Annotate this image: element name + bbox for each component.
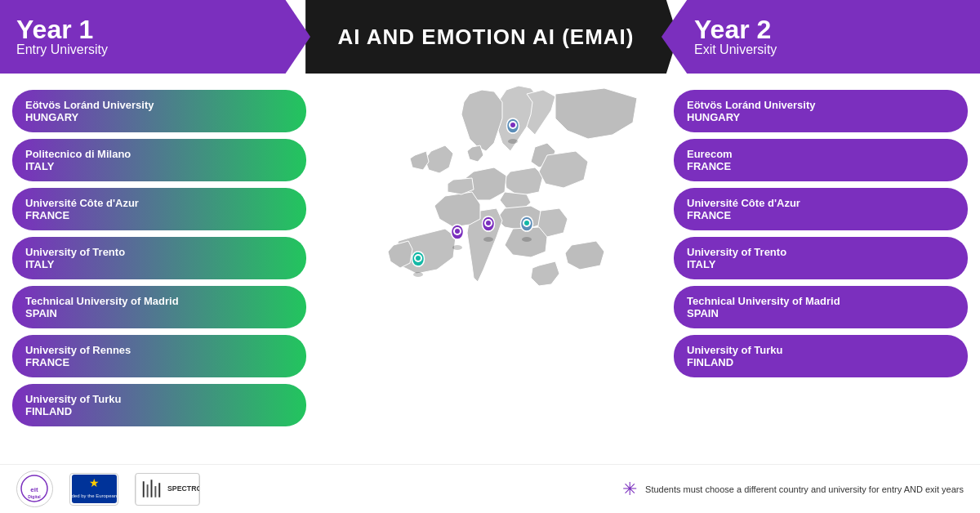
university-country: HUNGARY [25,111,293,123]
university-country: FRANCE [25,209,293,221]
svg-point-12 [522,237,532,242]
svg-point-5 [416,256,421,261]
university-country: SPAIN [25,307,293,319]
left-university-card-4: Technical University of Madrid SPAIN [12,286,306,328]
university-name: Eötvös Loránd University [25,99,293,111]
right-university-card-5: University of Turku FINLAND [674,335,968,377]
university-country: ITALY [25,160,293,172]
right-university-list: Eötvös Loránd University HUNGARY Eurecom… [662,74,980,490]
university-name: University of Trento [25,246,293,258]
university-country: HUNGARY [687,111,955,123]
year1-header: Year 1 Entry University [0,0,310,74]
university-country: SPAIN [687,307,955,319]
left-university-card-6: University of Turku FINLAND [12,384,306,426]
left-university-card-0: Eötvös Loránd University HUNGARY [12,90,306,132]
year2-number: Year 2 [694,16,777,42]
university-name: University of Trento [687,246,955,258]
center-header: AI AND EMOTION AI (EMAI) [294,0,678,74]
left-university-list: Eötvös Loránd University HUNGARY Politec… [0,74,318,490]
university-country: FINLAND [25,405,293,417]
university-country: FRANCE [25,356,293,368]
svg-point-2 [510,123,515,127]
program-title: AI AND EMOTION AI (EMAI) [338,25,635,50]
year1-number: Year 1 [16,16,108,42]
university-country: ITALY [687,258,955,270]
left-university-card-2: Université Côte d'Azur FRANCE [12,188,306,230]
university-country: ITALY [25,258,293,270]
university-name: University of Turku [687,344,955,356]
left-university-card-3: University of Trento ITALY [12,237,306,279]
university-name: Technical University of Madrid [25,295,293,307]
svg-point-6 [483,237,493,242]
year1-subtitle: Entry University [16,42,108,57]
left-university-card-5: University of Rennes FRANCE [12,335,306,377]
svg-point-9 [452,245,462,250]
svg-text:Co-funded by the European Unio: Co-funded by the European Union [72,493,117,498]
university-name: University of Turku [25,393,293,405]
left-university-card-1: Politecnico di Milano ITALY [12,139,306,181]
university-name: Technical University of Madrid [687,295,955,307]
year2-subtitle: Exit University [694,42,777,57]
university-name: Université Côte d'Azur [25,197,293,209]
university-name: University of Rennes [25,344,293,356]
university-name: Université Côte d'Azur [687,197,955,209]
year2-header: Year 2 Exit University [662,0,980,74]
right-university-card-2: Université Côte d'Azur FRANCE [674,188,968,230]
footnote-star-icon: ✳ [622,479,637,500]
university-country: FRANCE [687,209,955,221]
right-university-card-3: University of Trento ITALY [674,237,968,279]
svg-point-8 [486,221,491,225]
right-university-card-1: Eurecom FRANCE [674,139,968,181]
right-university-card-4: Technical University of Madrid SPAIN [674,286,968,328]
main-content: Eötvös Loránd University HUNGARY Politec… [0,74,980,490]
svg-point-11 [455,229,460,234]
university-name: Eötvös Loránd University [687,99,955,111]
university-country: FRANCE [687,160,955,172]
svg-point-0 [508,139,518,144]
right-university-card-0: Eötvös Loránd University HUNGARY [674,90,968,132]
header: Year 1 Entry University AI AND EMOTION A… [0,0,980,74]
university-country: FINLAND [687,356,955,368]
europe-map [294,74,686,441]
svg-text:Digital: Digital [28,494,41,499]
svg-point-14 [524,221,529,225]
university-name: Eurecom [687,148,955,160]
university-name: Politecnico di Milano [25,148,293,160]
svg-point-3 [413,272,423,277]
